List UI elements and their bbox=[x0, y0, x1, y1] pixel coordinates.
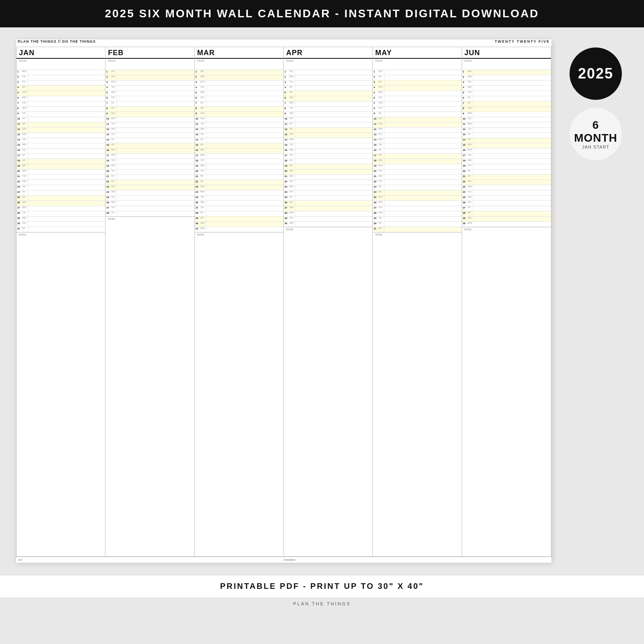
day-number: 7 bbox=[105, 101, 111, 106]
day-number: 11 bbox=[373, 122, 378, 127]
day-number: 9 bbox=[17, 112, 22, 117]
day-row: 31MON bbox=[195, 227, 283, 232]
day-content bbox=[473, 169, 551, 174]
day-name-label: TUE bbox=[289, 107, 295, 111]
day-name-label: TUE bbox=[200, 196, 206, 200]
day-name-label: THU bbox=[378, 143, 384, 148]
day-number: 25 bbox=[105, 196, 111, 200]
day-content bbox=[28, 175, 105, 180]
day-row: 1THU bbox=[373, 70, 461, 75]
day-number: 5 bbox=[105, 91, 111, 96]
day-content bbox=[206, 91, 283, 96]
day-content bbox=[473, 86, 551, 91]
day-content bbox=[473, 217, 551, 221]
day-number: 20 bbox=[105, 169, 111, 174]
day-number: 22 bbox=[195, 180, 200, 185]
day-row: 21TUE bbox=[17, 175, 105, 180]
month-header-apr: APR bbox=[284, 47, 372, 59]
day-number: 17 bbox=[462, 154, 468, 159]
day-number: 5 bbox=[373, 91, 378, 96]
day-number: 28 bbox=[195, 211, 200, 216]
day-row: 15SAT bbox=[195, 143, 283, 149]
day-number: 27 bbox=[195, 206, 200, 211]
day-content bbox=[28, 101, 105, 106]
day-name-label: THU bbox=[200, 96, 206, 101]
day-row: 27FRI bbox=[462, 206, 551, 211]
day-name-label: MON bbox=[111, 154, 117, 159]
day-number: 23 bbox=[462, 185, 468, 190]
day-name-label: MON bbox=[468, 149, 473, 153]
day-number: 24 bbox=[17, 190, 22, 195]
day-number: 1 bbox=[195, 70, 200, 75]
brand-text: PLAN THE THINGS bbox=[293, 601, 351, 606]
day-name-label: WED bbox=[22, 217, 28, 221]
day-content bbox=[473, 133, 551, 138]
day-number: 19 bbox=[462, 164, 468, 169]
day-number: 31 bbox=[17, 227, 22, 232]
day-content bbox=[206, 211, 283, 216]
day-row: 28FRI bbox=[105, 211, 194, 217]
day-row: 6FRI bbox=[462, 96, 551, 101]
day-name-label: TUE bbox=[22, 101, 28, 106]
day-content bbox=[384, 112, 461, 117]
day-content bbox=[206, 101, 283, 106]
day-number: 16 bbox=[462, 149, 468, 153]
day-content bbox=[117, 122, 194, 127]
day-content bbox=[384, 143, 461, 148]
day-row: 12WED bbox=[195, 128, 283, 133]
day-row: 9THU bbox=[17, 112, 105, 117]
day-number: 12 bbox=[284, 128, 289, 132]
day-name-label: WED bbox=[468, 86, 473, 91]
day-name-label: TUE bbox=[289, 70, 295, 75]
day-row: 10FRI bbox=[17, 117, 105, 122]
day-content bbox=[384, 154, 461, 159]
day-content bbox=[295, 117, 372, 122]
day-number: 24 bbox=[195, 190, 200, 195]
day-number: 30 bbox=[284, 222, 289, 227]
day-name-label: SAT bbox=[468, 138, 473, 143]
day-row: 22SAT bbox=[195, 180, 283, 185]
day-content bbox=[295, 138, 372, 143]
day-number: 20 bbox=[373, 169, 378, 174]
day-row: 10SAT bbox=[373, 117, 461, 122]
day-row: 14WED bbox=[373, 138, 461, 143]
day-content bbox=[28, 143, 105, 148]
day-name-label: SUN bbox=[22, 128, 28, 132]
day-number: 3 bbox=[195, 80, 200, 85]
day-content bbox=[473, 185, 551, 190]
day-number: 13 bbox=[195, 133, 200, 138]
day-content bbox=[28, 149, 105, 153]
day-row: 16WED bbox=[284, 149, 372, 154]
day-name-label: THU bbox=[22, 185, 28, 190]
day-name-label: WED bbox=[378, 175, 384, 180]
day-content bbox=[473, 138, 551, 143]
day-row: 6TUE bbox=[373, 96, 461, 101]
day-number: 27 bbox=[17, 206, 22, 211]
day-name-label: SAT bbox=[468, 175, 473, 180]
day-content bbox=[206, 86, 283, 91]
focus-row-mar: FOCUS: bbox=[195, 59, 283, 70]
day-name-label: WED bbox=[22, 107, 28, 111]
day-number: 19 bbox=[105, 164, 111, 169]
day-content bbox=[206, 222, 283, 227]
day-content bbox=[295, 80, 372, 85]
day-row: 21WED bbox=[373, 175, 461, 180]
month-header-may: MAY bbox=[373, 47, 461, 59]
day-number: 12 bbox=[105, 128, 111, 132]
day-row: 22SUN bbox=[462, 180, 551, 185]
day-content bbox=[28, 196, 105, 200]
day-name-label: MON bbox=[378, 128, 384, 132]
day-row: 23THU bbox=[17, 185, 105, 190]
day-row: 18SUN bbox=[373, 159, 461, 164]
day-row: 16MON bbox=[462, 149, 551, 154]
day-number: 3 bbox=[284, 80, 289, 85]
day-name-label: WED bbox=[289, 112, 295, 117]
day-number: 2 bbox=[17, 75, 22, 80]
day-row: 9MON bbox=[462, 112, 551, 117]
month-header-jun: JUN bbox=[462, 47, 551, 59]
day-row: 1SUN bbox=[462, 70, 551, 75]
day-number: 20 bbox=[284, 169, 289, 174]
day-row: 26WED bbox=[195, 201, 283, 206]
day-name-label: WED bbox=[111, 201, 117, 206]
day-row: 7FRI bbox=[105, 101, 194, 107]
